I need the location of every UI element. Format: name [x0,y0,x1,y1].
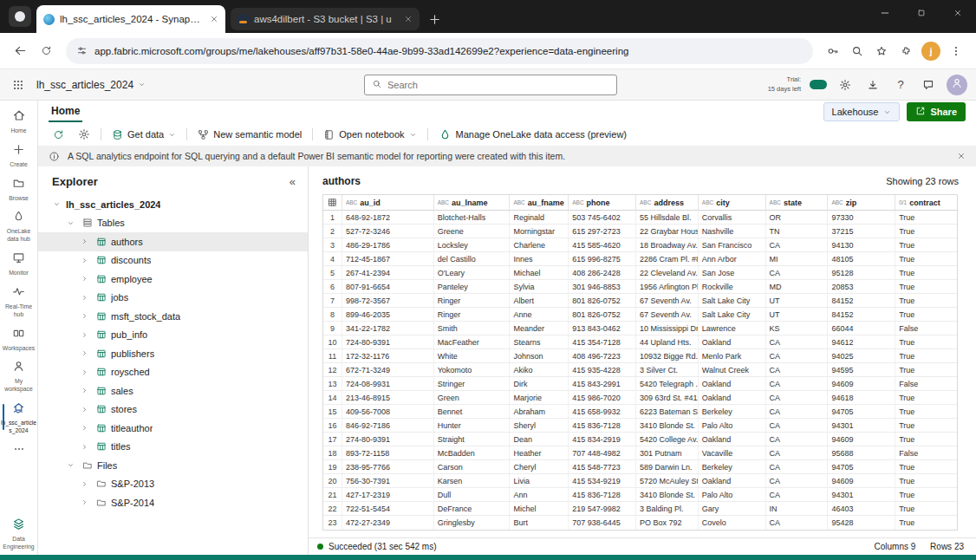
favorite-star-icon[interactable] [870,40,893,62]
menu-kebab-icon[interactable] [945,40,967,62]
table-row[interactable]: 15409-56-7008BennetAbraham415 658-993262… [323,405,957,419]
table-row[interactable]: 23472-27-2349GringlesbyBurt707 938-6445P… [323,516,957,530]
password-key-icon[interactable] [822,40,844,62]
tree-item-employee[interactable]: employee [38,270,308,289]
rail-item-browse[interactable]: Browse [0,173,38,206]
workspace-switcher[interactable]: lh_ssc_articles_2024 [36,79,146,91]
tree-item-discounts[interactable]: discounts [38,251,308,270]
column-header-contract[interactable]: 0/1contract [895,195,957,210]
maximize-button[interactable] [903,0,940,26]
table-row[interactable]: 2527-72-3246GreeneMorningstar615 297-272… [323,225,957,238]
rail-item-home[interactable]: Home [0,104,38,139]
table-row[interactable]: 1648-92-1872Blotchet-HallsReginald503 74… [323,211,957,225]
tree-item-stores[interactable]: stores [38,400,308,420]
browser-tab-inactive[interactable]: aws4dilbert - S3 bucket | S3 | u [231,8,420,30]
tree-item-jobs[interactable]: jobs [38,289,308,308]
chevron-right-icon[interactable] [78,424,91,432]
rail-item-lh-ssc-articles-2024[interactable]: lh_ssc_articles_2024 [0,397,38,439]
rail-item-workspaces[interactable]: Workspaces [0,322,38,356]
chevron-right-icon[interactable] [78,257,91,264]
table-row[interactable]: 9341-22-1782SmithMeander913 843-046210 M… [323,322,957,335]
column-header-city[interactable]: ABCcity [699,195,766,210]
chevron-down-icon[interactable] [50,200,63,208]
chevron-down-icon[interactable] [64,219,77,227]
settings-gear-icon[interactable] [836,79,855,91]
browser-avatar[interactable]: j [921,42,940,61]
table-row[interactable]: 6807-91-6654PanteleySylvia301 946-885319… [323,280,957,294]
rail-item-more[interactable] [0,439,38,462]
table-row[interactable]: 20756-30-7391KarsenLivia415 534-92195720… [323,474,957,488]
collapse-explorer-button[interactable]: « [290,175,296,188]
tree-item-msft-stock-data[interactable]: msft_stock_data [38,307,308,326]
table-row[interactable]: 18893-72-1158McBaddenHeather707 448-4982… [323,446,957,460]
tree-item-titles[interactable]: titles [38,438,308,457]
waffle-menu-icon[interactable] [9,79,28,91]
table-row[interactable]: 7998-72-3567RingerAlbert801 826-075267 S… [323,294,957,308]
table-row[interactable]: 11172-32-1176WhiteJohnson408 496-7223109… [323,349,957,363]
table-row[interactable]: 17274-80-9391StraightDean415 834-2919542… [323,433,957,446]
minimize-button[interactable] [867,0,903,26]
toolbar-manage-onelake-data-access-preview-button[interactable]: Manage OneLake data access (preview) [433,125,634,144]
chevron-right-icon[interactable] [78,368,91,376]
lakehouse-view-dropdown[interactable]: Lakehouse [823,102,901,121]
rail-item-my-workspace[interactable]: My workspace [0,355,38,397]
chevron-right-icon[interactable] [78,275,91,283]
tree-item-publishers[interactable]: publishers [38,344,308,363]
close-button[interactable] [940,0,976,26]
table-row[interactable]: 10724-80-9391MacFeatherStearns415 354-71… [323,335,957,349]
help-icon[interactable]: ? [891,78,910,91]
tab-home[interactable]: Home [49,102,82,122]
chevron-right-icon[interactable] [78,349,91,357]
column-header-au-lname[interactable]: ABCau_lname [434,195,511,210]
column-header-address[interactable]: ABCaddress [636,195,699,210]
select-all-cell[interactable] [323,195,342,210]
toolbar-open-notebook-button[interactable]: Open notebook [317,125,422,144]
feedback-icon[interactable] [919,79,938,91]
refresh-button[interactable] [35,40,57,62]
chevron-right-icon[interactable] [78,312,91,320]
site-info-icon[interactable] [76,45,88,56]
chevron-right-icon[interactable] [78,238,91,245]
table-row[interactable]: 5267-41-2394O'LearyMichael408 286-242822… [323,266,957,280]
url-field[interactable]: app.fabric.microsoft.com/groups/me/lakeh… [66,38,813,64]
rail-item-monitor[interactable]: Monitor [0,247,38,281]
chevron-right-icon[interactable] [78,294,91,302]
tree-item-lh-ssc-articles-2024[interactable]: lh_ssc_articles_2024 [38,195,308,214]
new-tab-button[interactable] [428,13,441,26]
tree-item-sales[interactable]: sales [38,381,308,400]
table-row[interactable]: 19238-95-7766CarsonCheryl415 548-7723589… [323,460,957,474]
tree-item-pub-info[interactable]: pub_info [38,326,308,345]
table-row[interactable]: 14213-46-8915GreenMarjorie415 986-702030… [323,391,957,405]
table-row[interactable]: 13724-08-9931StringerDirk415 843-2991542… [323,377,957,391]
user-avatar[interactable] [947,75,967,95]
column-header-zip[interactable]: ABCzip [828,195,895,210]
banner-close-icon[interactable] [957,152,966,160]
tree-item-roysched[interactable]: roysched [38,363,308,382]
chevron-right-icon[interactable] [78,387,91,394]
rail-item-onelake-data-hub[interactable]: OneLake data hub [0,205,38,247]
column-header-phone[interactable]: ABCphone [569,195,636,210]
chevron-right-icon[interactable] [78,480,91,488]
table-row[interactable]: 3486-29-1786LocksleyCharlene415 585-4620… [323,238,957,252]
tab-close-icon[interactable] [210,15,218,23]
chevron-down-icon[interactable] [64,461,77,469]
tree-item-s-p-2014[interactable]: S&P-2014 [38,493,308,512]
rail-item-real-time-hub[interactable]: Real-Time hub [0,281,38,322]
table-row[interactable]: 12672-71-3249YokomotoAkiko415 935-42283 … [323,363,957,377]
toolbar-settings-gear-icon[interactable] [72,125,96,144]
column-header-au-id[interactable]: ABCau_id [342,195,434,210]
zoom-search-icon[interactable] [846,40,869,62]
chevron-right-icon[interactable] [78,331,91,339]
toolbar-new-semantic-model-button[interactable]: New semantic model [192,125,308,144]
table-row[interactable]: 16846-92-7186HunterSheryl415 836-7128341… [323,419,957,433]
rail-item-data-engineering[interactable]: Data Engineering [0,513,38,555]
toolbar-get-data-button[interactable]: Get data [106,125,182,144]
global-search[interactable] [364,75,617,95]
share-button[interactable]: Share [907,102,966,121]
column-header-au-fname[interactable]: ABCau_fname [510,195,569,210]
table-row[interactable]: 21427-17-2319DullAnn415 836-71283410 Blo… [323,488,957,502]
tab-close-icon[interactable] [404,15,413,23]
table-row[interactable]: 4712-45-1867del CastilloInnes615 996-827… [323,252,957,266]
rail-item-create[interactable]: Create [0,139,38,173]
browser-tab-active[interactable]: lh_ssc_articles_2024 - Synapse D [36,5,225,33]
